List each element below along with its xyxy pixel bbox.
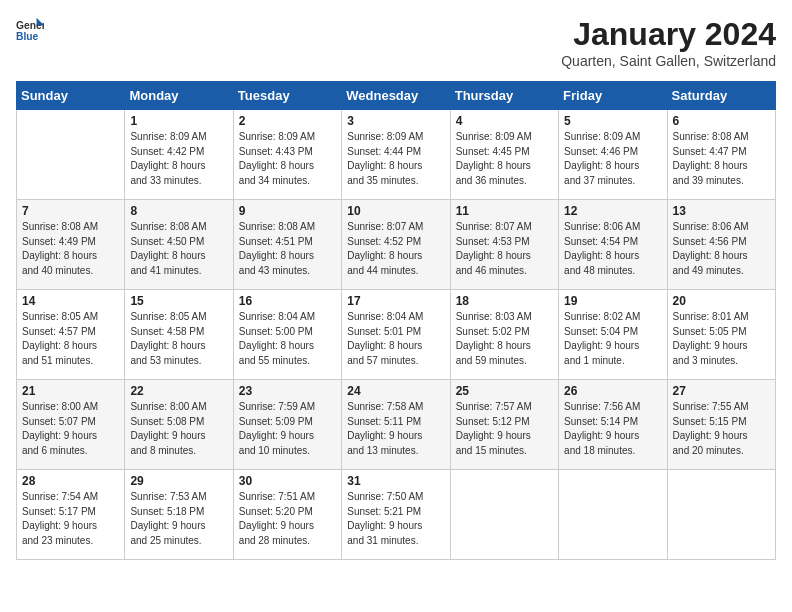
- day-number: 4: [456, 114, 553, 128]
- day-info: Sunrise: 8:01 AM Sunset: 5:05 PM Dayligh…: [673, 310, 770, 368]
- day-number: 3: [347, 114, 444, 128]
- calendar-cell: 14Sunrise: 8:05 AM Sunset: 4:57 PM Dayli…: [17, 290, 125, 380]
- day-info: Sunrise: 8:05 AM Sunset: 4:58 PM Dayligh…: [130, 310, 227, 368]
- day-number: 15: [130, 294, 227, 308]
- column-header-friday: Friday: [559, 82, 667, 110]
- calendar-cell: 19Sunrise: 8:02 AM Sunset: 5:04 PM Dayli…: [559, 290, 667, 380]
- day-info: Sunrise: 7:53 AM Sunset: 5:18 PM Dayligh…: [130, 490, 227, 548]
- day-info: Sunrise: 8:06 AM Sunset: 4:56 PM Dayligh…: [673, 220, 770, 278]
- day-info: Sunrise: 8:04 AM Sunset: 5:01 PM Dayligh…: [347, 310, 444, 368]
- day-number: 13: [673, 204, 770, 218]
- day-info: Sunrise: 8:08 AM Sunset: 4:49 PM Dayligh…: [22, 220, 119, 278]
- day-number: 12: [564, 204, 661, 218]
- location-subtitle: Quarten, Saint Gallen, Switzerland: [561, 53, 776, 69]
- calendar-cell: 23Sunrise: 7:59 AM Sunset: 5:09 PM Dayli…: [233, 380, 341, 470]
- calendar-cell: 10Sunrise: 8:07 AM Sunset: 4:52 PM Dayli…: [342, 200, 450, 290]
- calendar-cell: [559, 470, 667, 560]
- day-number: 29: [130, 474, 227, 488]
- day-info: Sunrise: 8:05 AM Sunset: 4:57 PM Dayligh…: [22, 310, 119, 368]
- column-header-thursday: Thursday: [450, 82, 558, 110]
- day-info: Sunrise: 8:08 AM Sunset: 4:50 PM Dayligh…: [130, 220, 227, 278]
- day-info: Sunrise: 8:02 AM Sunset: 5:04 PM Dayligh…: [564, 310, 661, 368]
- day-number: 28: [22, 474, 119, 488]
- title-area: January 2024 Quarten, Saint Gallen, Swit…: [561, 16, 776, 69]
- day-number: 6: [673, 114, 770, 128]
- calendar-cell: 11Sunrise: 8:07 AM Sunset: 4:53 PM Dayli…: [450, 200, 558, 290]
- day-number: 1: [130, 114, 227, 128]
- svg-text:Blue: Blue: [16, 31, 39, 42]
- day-info: Sunrise: 8:00 AM Sunset: 5:07 PM Dayligh…: [22, 400, 119, 458]
- column-header-monday: Monday: [125, 82, 233, 110]
- calendar-cell: 22Sunrise: 8:00 AM Sunset: 5:08 PM Dayli…: [125, 380, 233, 470]
- day-number: 24: [347, 384, 444, 398]
- calendar-cell: 16Sunrise: 8:04 AM Sunset: 5:00 PM Dayli…: [233, 290, 341, 380]
- day-info: Sunrise: 8:09 AM Sunset: 4:44 PM Dayligh…: [347, 130, 444, 188]
- day-info: Sunrise: 8:07 AM Sunset: 4:53 PM Dayligh…: [456, 220, 553, 278]
- calendar-cell: 5Sunrise: 8:09 AM Sunset: 4:46 PM Daylig…: [559, 110, 667, 200]
- calendar-cell: 18Sunrise: 8:03 AM Sunset: 5:02 PM Dayli…: [450, 290, 558, 380]
- column-header-wednesday: Wednesday: [342, 82, 450, 110]
- day-info: Sunrise: 8:00 AM Sunset: 5:08 PM Dayligh…: [130, 400, 227, 458]
- day-info: Sunrise: 7:55 AM Sunset: 5:15 PM Dayligh…: [673, 400, 770, 458]
- calendar-cell: [667, 470, 775, 560]
- day-number: 11: [456, 204, 553, 218]
- day-number: 19: [564, 294, 661, 308]
- day-number: 9: [239, 204, 336, 218]
- day-number: 18: [456, 294, 553, 308]
- day-info: Sunrise: 7:57 AM Sunset: 5:12 PM Dayligh…: [456, 400, 553, 458]
- day-info: Sunrise: 8:06 AM Sunset: 4:54 PM Dayligh…: [564, 220, 661, 278]
- calendar-cell: 13Sunrise: 8:06 AM Sunset: 4:56 PM Dayli…: [667, 200, 775, 290]
- calendar-week-row: 7Sunrise: 8:08 AM Sunset: 4:49 PM Daylig…: [17, 200, 776, 290]
- calendar-cell: [450, 470, 558, 560]
- day-info: Sunrise: 8:09 AM Sunset: 4:46 PM Dayligh…: [564, 130, 661, 188]
- day-info: Sunrise: 7:51 AM Sunset: 5:20 PM Dayligh…: [239, 490, 336, 548]
- day-info: Sunrise: 8:07 AM Sunset: 4:52 PM Dayligh…: [347, 220, 444, 278]
- day-info: Sunrise: 7:58 AM Sunset: 5:11 PM Dayligh…: [347, 400, 444, 458]
- day-info: Sunrise: 8:09 AM Sunset: 4:45 PM Dayligh…: [456, 130, 553, 188]
- calendar-cell: 28Sunrise: 7:54 AM Sunset: 5:17 PM Dayli…: [17, 470, 125, 560]
- day-number: 7: [22, 204, 119, 218]
- column-header-sunday: Sunday: [17, 82, 125, 110]
- calendar-cell: 21Sunrise: 8:00 AM Sunset: 5:07 PM Dayli…: [17, 380, 125, 470]
- day-number: 17: [347, 294, 444, 308]
- calendar-cell: 9Sunrise: 8:08 AM Sunset: 4:51 PM Daylig…: [233, 200, 341, 290]
- day-number: 23: [239, 384, 336, 398]
- calendar-cell: 1Sunrise: 8:09 AM Sunset: 4:42 PM Daylig…: [125, 110, 233, 200]
- logo: General Blue: [16, 16, 44, 44]
- calendar-cell: 6Sunrise: 8:08 AM Sunset: 4:47 PM Daylig…: [667, 110, 775, 200]
- calendar-cell: 15Sunrise: 8:05 AM Sunset: 4:58 PM Dayli…: [125, 290, 233, 380]
- day-info: Sunrise: 8:08 AM Sunset: 4:51 PM Dayligh…: [239, 220, 336, 278]
- calendar-cell: 2Sunrise: 8:09 AM Sunset: 4:43 PM Daylig…: [233, 110, 341, 200]
- column-header-saturday: Saturday: [667, 82, 775, 110]
- calendar-cell: 27Sunrise: 7:55 AM Sunset: 5:15 PM Dayli…: [667, 380, 775, 470]
- day-number: 10: [347, 204, 444, 218]
- day-info: Sunrise: 7:56 AM Sunset: 5:14 PM Dayligh…: [564, 400, 661, 458]
- calendar-cell: 17Sunrise: 8:04 AM Sunset: 5:01 PM Dayli…: [342, 290, 450, 380]
- day-number: 21: [22, 384, 119, 398]
- calendar-header-row: SundayMondayTuesdayWednesdayThursdayFrid…: [17, 82, 776, 110]
- day-number: 20: [673, 294, 770, 308]
- day-info: Sunrise: 8:09 AM Sunset: 4:42 PM Dayligh…: [130, 130, 227, 188]
- day-info: Sunrise: 7:50 AM Sunset: 5:21 PM Dayligh…: [347, 490, 444, 548]
- day-info: Sunrise: 8:08 AM Sunset: 4:47 PM Dayligh…: [673, 130, 770, 188]
- day-number: 25: [456, 384, 553, 398]
- calendar-cell: 25Sunrise: 7:57 AM Sunset: 5:12 PM Dayli…: [450, 380, 558, 470]
- day-number: 30: [239, 474, 336, 488]
- calendar-cell: [17, 110, 125, 200]
- calendar-week-row: 14Sunrise: 8:05 AM Sunset: 4:57 PM Dayli…: [17, 290, 776, 380]
- calendar-table: SundayMondayTuesdayWednesdayThursdayFrid…: [16, 81, 776, 560]
- calendar-cell: 20Sunrise: 8:01 AM Sunset: 5:05 PM Dayli…: [667, 290, 775, 380]
- calendar-cell: 24Sunrise: 7:58 AM Sunset: 5:11 PM Dayli…: [342, 380, 450, 470]
- calendar-cell: 29Sunrise: 7:53 AM Sunset: 5:18 PM Dayli…: [125, 470, 233, 560]
- header: General Blue January 2024 Quarten, Saint…: [16, 16, 776, 69]
- calendar-cell: 3Sunrise: 8:09 AM Sunset: 4:44 PM Daylig…: [342, 110, 450, 200]
- calendar-week-row: 28Sunrise: 7:54 AM Sunset: 5:17 PM Dayli…: [17, 470, 776, 560]
- day-number: 8: [130, 204, 227, 218]
- day-number: 2: [239, 114, 336, 128]
- day-number: 22: [130, 384, 227, 398]
- day-number: 14: [22, 294, 119, 308]
- day-info: Sunrise: 8:04 AM Sunset: 5:00 PM Dayligh…: [239, 310, 336, 368]
- day-number: 31: [347, 474, 444, 488]
- day-number: 26: [564, 384, 661, 398]
- calendar-cell: 7Sunrise: 8:08 AM Sunset: 4:49 PM Daylig…: [17, 200, 125, 290]
